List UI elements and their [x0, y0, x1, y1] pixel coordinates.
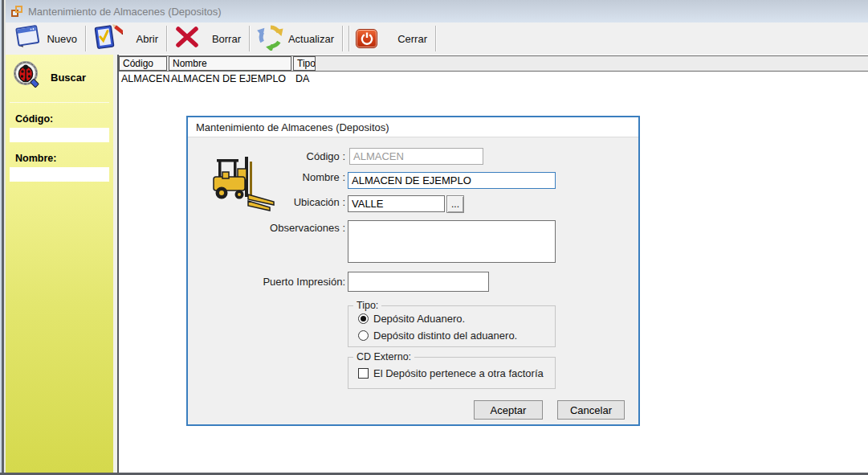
power-close-icon — [356, 29, 377, 48]
toolbar-separator — [249, 26, 251, 51]
cd-externo-groupbox: CD Externo: El Depósito pertenece a otra… — [348, 357, 556, 389]
table-header: Código Nombre Tipo — [119, 55, 868, 72]
cell-tipo: DA — [293, 73, 317, 84]
sidebar-divider — [10, 102, 109, 103]
abrir-label: Abrir — [137, 33, 158, 45]
radio-deposito-distinto[interactable]: Depósito distinto del aduanero. — [358, 330, 517, 342]
tipo-groupbox: Tipo: Depósito Aduanero. Depósito distin… — [348, 305, 556, 347]
cancelar-button[interactable]: Cancelar — [557, 400, 625, 420]
checkbox-otra-factoria[interactable]: El Depósito pertenece a otra factoría — [358, 367, 544, 379]
cerrar-button[interactable]: Cerrar — [351, 24, 434, 53]
cd-externo-legend: CD Externo: — [353, 351, 414, 362]
content-divider — [117, 55, 119, 473]
column-header-tipo[interactable]: Tipo — [293, 56, 316, 71]
forklift-icon — [209, 154, 276, 219]
nombre-input[interactable] — [348, 172, 556, 189]
column-header-codigo[interactable]: Código — [119, 56, 167, 71]
radio-label: Depósito Aduanero. — [373, 313, 465, 325]
open-edit-icon — [92, 23, 123, 55]
app-window: Mantenimiento de Almacenes (Depositos) N… — [0, 0, 868, 475]
radio-icon — [358, 330, 369, 341]
dialog-title: Mantenimiento de Almacenes (Depositos) — [188, 117, 638, 137]
tipo-legend: Tipo: — [353, 300, 381, 311]
puerto-impresion-input[interactable] — [348, 272, 489, 292]
column-header-nombre[interactable]: Nombre — [169, 56, 291, 71]
radio-label: Depósito distinto del aduanero. — [373, 330, 517, 342]
refresh-icon — [256, 23, 285, 54]
table-row[interactable]: ALMACEN ALMACEN DE EJEMPLO DA — [119, 73, 317, 84]
borrar-button[interactable]: Borrar — [169, 24, 248, 53]
radio-deposito-aduanero[interactable]: Depósito Aduanero. — [358, 313, 465, 325]
puerto-impresion-label: Puerto Impresión: — [225, 276, 345, 288]
aceptar-button[interactable]: Aceptar — [474, 400, 543, 420]
codigo-search-label: Código: — [15, 113, 113, 125]
nombre-label: Nombre : — [225, 171, 345, 183]
column-header-filler — [317, 56, 868, 71]
radio-icon — [358, 313, 369, 324]
toolbar-separator — [342, 26, 344, 51]
nombre-search-label: Nombre: — [15, 153, 113, 164]
window-title: Mantenimiento de Almacenes (Depositos) — [28, 6, 222, 18]
codigo-search-input[interactable] — [10, 128, 109, 142]
app-icon — [11, 6, 22, 17]
ubicacion-label: Ubicación : — [225, 196, 345, 208]
toolbar-separator — [166, 26, 168, 51]
actualizar-label: Actualizar — [288, 33, 334, 45]
new-form-icon — [11, 23, 42, 54]
codigo-input[interactable] — [349, 148, 483, 165]
toolbar-separator — [435, 26, 437, 51]
toolbar-separator — [348, 26, 350, 51]
toolbar: Nuevo Abrir — [2, 23, 868, 55]
toolbar-separator — [85, 26, 87, 51]
ubicacion-browse-button[interactable]: ... — [446, 195, 464, 213]
codigo-label: Código : — [225, 150, 345, 162]
observaciones-label: Observaciones : — [225, 222, 345, 234]
cerrar-label: Cerrar — [397, 33, 427, 45]
nuevo-label: Nuevo — [47, 33, 77, 45]
ubicacion-input[interactable] — [348, 195, 445, 212]
observaciones-textarea[interactable] — [348, 220, 556, 263]
cell-codigo: ALMACEN — [119, 73, 169, 84]
ladybug-search-icon — [13, 60, 42, 94]
checkbox-label: El Depósito pertenece a otra factoría — [373, 367, 544, 379]
window-border-left — [0, 0, 6, 475]
search-sidebar: Buscar Código: Nombre: — [6, 55, 113, 473]
delete-x-icon — [173, 24, 201, 53]
title-bar: Mantenimiento de Almacenes (Depositos) — [2, 0, 868, 23]
cell-nombre: ALMACEN DE EJEMPLO — [169, 73, 293, 84]
nuevo-button[interactable]: Nuevo — [6, 24, 84, 53]
almacen-dialog: Mantenimiento de Almacenes (Depositos) C… — [186, 116, 640, 426]
checkbox-icon — [358, 368, 369, 379]
nombre-search-input[interactable] — [10, 167, 109, 182]
buscar-title: Buscar — [51, 72, 86, 84]
abrir-button[interactable]: Abrir — [88, 24, 165, 53]
actualizar-button[interactable]: Actualizar — [251, 24, 341, 53]
borrar-label: Borrar — [212, 33, 241, 45]
